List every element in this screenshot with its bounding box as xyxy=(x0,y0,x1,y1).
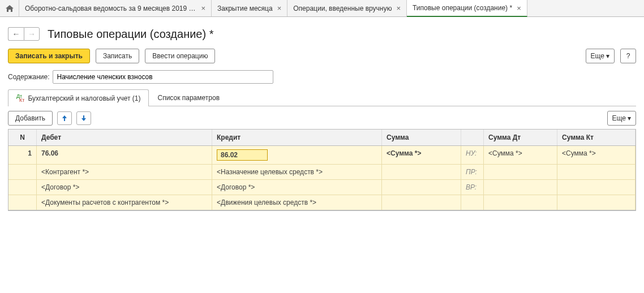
col-debit: Дебет xyxy=(37,130,212,145)
col-n: N xyxy=(8,130,37,145)
col-sumkt: Сумма Кт xyxy=(557,130,636,145)
cell-n xyxy=(8,195,37,210)
tab-params-label: Список параметров xyxy=(157,94,220,102)
col-credit: Кредит xyxy=(212,130,382,145)
cell-sumdt xyxy=(484,195,557,210)
cell-sumkt xyxy=(557,195,636,210)
content-input[interactable] xyxy=(53,70,273,84)
tab-label: Типовые операции (создание) * xyxy=(413,4,512,12)
cell-sumkt[interactable]: <Сумма *> xyxy=(557,146,636,164)
cell-n xyxy=(8,180,37,195)
cell-sumdt xyxy=(484,180,557,195)
entries-grid: N Дебет Кредит Сумма Сумма Дт Сумма Кт 1… xyxy=(8,129,636,211)
close-icon[interactable]: × xyxy=(517,4,521,12)
cell-sum xyxy=(382,180,461,195)
cell-flag: НУ: xyxy=(461,146,484,164)
more-label: Еще xyxy=(612,114,626,122)
tab-label: Закрытие месяца xyxy=(217,5,273,12)
cell-sumkt xyxy=(557,165,636,179)
tab-0[interactable]: Оборотно-сальдовая ведомость за 9 месяце… xyxy=(19,0,212,16)
cell-sum[interactable]: <Сумма *> xyxy=(382,146,461,164)
grid-body: 1 76.06 86.02 <Сумма *> НУ: <Сумма *> <С… xyxy=(8,146,636,210)
tab-1[interactable]: Закрытие месяца × xyxy=(212,0,287,16)
grid-header-row: N Дебет Кредит Сумма Сумма Дт Сумма Кт xyxy=(8,129,636,146)
move-down-button[interactable] xyxy=(76,111,91,125)
move-up-button[interactable] xyxy=(57,111,72,125)
cell-debit-subconto[interactable]: <Документы расчетов с контрагентом *> xyxy=(37,195,212,210)
cell-credit-account[interactable]: 86.02 xyxy=(212,146,382,164)
cell-sum xyxy=(382,195,461,210)
inner-tabstrip: ДтКт Бухгалтерский и налоговый учет (1) … xyxy=(8,89,636,106)
cell-debit-account[interactable]: 76.06 xyxy=(37,146,212,164)
window-tabbar: Оборотно-сальдовая ведомость за 9 месяце… xyxy=(0,0,644,17)
help-button[interactable]: ? xyxy=(620,49,636,63)
home-button[interactable] xyxy=(0,0,19,16)
cell-credit-subconto[interactable]: <Назначение целевых средств *> xyxy=(212,165,382,179)
cell-sumkt xyxy=(557,180,636,195)
cell-flag: ВР: xyxy=(461,180,484,195)
table-row[interactable]: <Контрагент *> <Назначение целевых средс… xyxy=(8,165,636,180)
chevron-down-icon: ▾ xyxy=(606,52,609,60)
table-row[interactable]: <Договор *> <Договор *> ВР: xyxy=(8,180,636,195)
grid-more-button[interactable]: Еще ▾ xyxy=(607,111,636,126)
more-button[interactable]: Еще ▾ xyxy=(586,49,615,63)
nav-forward-button[interactable]: → xyxy=(24,27,40,41)
tab-label: Оборотно-сальдовая ведомость за 9 месяце… xyxy=(25,5,196,12)
cell-debit-subconto[interactable]: <Контрагент *> xyxy=(37,165,212,179)
tab-2[interactable]: Операции, введенные вручную × xyxy=(287,0,407,16)
nav-back-button[interactable]: ← xyxy=(8,27,24,41)
cell-credit-subconto[interactable]: <Движения целевых средств *> xyxy=(212,195,382,210)
content-field-row: Содержание: xyxy=(0,68,644,89)
cell-flag xyxy=(461,195,484,210)
debit-credit-icon: ДтКт xyxy=(16,94,24,102)
save-and-close-button[interactable]: Записать и закрыть xyxy=(8,49,90,63)
cell-flag: ПР: xyxy=(461,165,484,179)
cell-debit-subconto[interactable]: <Договор *> xyxy=(37,180,212,195)
chevron-down-icon: ▾ xyxy=(628,114,631,122)
cell-sum xyxy=(382,165,461,179)
tab-accounting[interactable]: ДтКт Бухгалтерский и налоговый учет (1) xyxy=(8,89,149,106)
cell-n: 1 xyxy=(8,146,37,164)
credit-account-input[interactable]: 86.02 xyxy=(217,149,268,161)
cell-n xyxy=(8,165,37,179)
save-button[interactable]: Записать xyxy=(96,49,139,63)
close-icon[interactable]: × xyxy=(396,4,401,12)
table-row[interactable]: <Документы расчетов с контрагентом *> <Д… xyxy=(8,195,636,210)
grid-toolbar: Добавить Еще ▾ xyxy=(0,106,644,129)
close-icon[interactable]: × xyxy=(277,4,282,12)
content-label: Содержание: xyxy=(8,73,49,81)
col-sumdt: Сумма Дт xyxy=(484,130,557,145)
tab-3[interactable]: Типовые операции (создание) * × xyxy=(407,0,527,17)
more-label: Еще xyxy=(591,52,604,60)
command-bar: Записать и закрыть Записать Ввести опера… xyxy=(0,46,644,68)
page-title: Типовые операции (создание) * xyxy=(48,28,213,41)
enter-operation-button[interactable]: Ввести операцию xyxy=(145,49,215,63)
cell-sumdt[interactable]: <Сумма *> xyxy=(484,146,557,164)
tab-params[interactable]: Список параметров xyxy=(149,89,228,106)
cell-credit-subconto[interactable]: <Договор *> xyxy=(212,180,382,195)
col-flag xyxy=(461,130,484,145)
nav-buttons: ← → xyxy=(8,27,40,41)
col-sum: Сумма xyxy=(382,130,461,145)
table-row[interactable]: 1 76.06 86.02 <Сумма *> НУ: <Сумма *> <С… xyxy=(8,146,636,165)
close-icon[interactable]: × xyxy=(201,4,205,12)
add-button[interactable]: Добавить xyxy=(8,111,53,126)
tab-label: Операции, введенные вручную xyxy=(293,5,392,12)
cell-sumdt xyxy=(484,165,557,179)
tab-accounting-label: Бухгалтерский и налоговый учет (1) xyxy=(28,94,140,102)
header: ← → Типовые операции (создание) * xyxy=(0,17,644,46)
